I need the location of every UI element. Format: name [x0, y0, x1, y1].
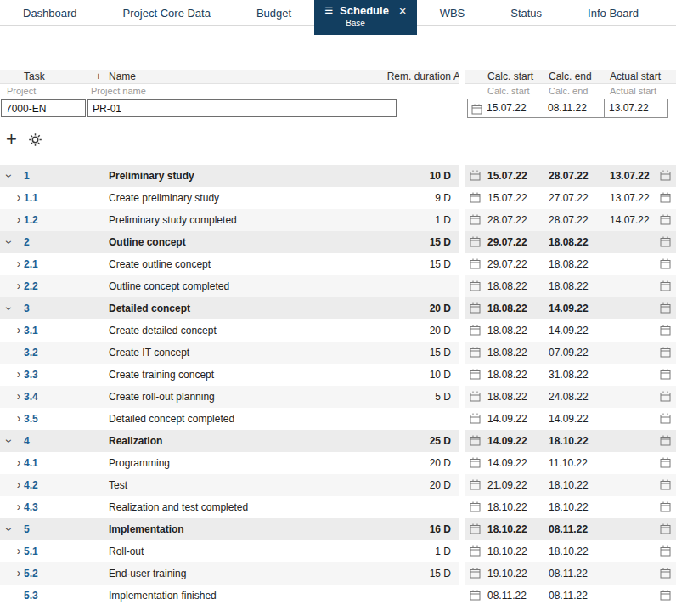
- task-row-4[interactable]: › 4 Realization 25 D: [0, 430, 459, 452]
- calendar-icon[interactable]: [470, 523, 481, 534]
- task-row-3[interactable]: › 3 Detailed concept 20 D: [0, 297, 459, 319]
- calendar-icon[interactable]: [660, 391, 671, 402]
- task-row-2.1-dates[interactable]: 29.07.22 18.08.22: [465, 253, 676, 275]
- calendar-icon[interactable]: [470, 347, 481, 358]
- calendar-icon[interactable]: [660, 258, 671, 269]
- calendar-icon[interactable]: [470, 413, 481, 424]
- chevron-down-icon[interactable]: ›: [3, 303, 14, 314]
- calendar-icon[interactable]: [660, 479, 671, 490]
- chevron-right-icon[interactable]: ›: [14, 325, 24, 336]
- calendar-icon[interactable]: [660, 347, 671, 358]
- column-header-calc-start[interactable]: Calc. start: [487, 70, 533, 83]
- chevron-right-icon[interactable]: ›: [14, 259, 24, 269]
- chevron-right-icon[interactable]: ›: [14, 502, 24, 512]
- calendar-icon[interactable]: [470, 302, 481, 314]
- chevron-right-icon[interactable]: ›: [14, 370, 24, 380]
- tab-project-core-data[interactable]: Project Core Data: [100, 0, 234, 26]
- task-row-3.1-dates[interactable]: 18.08.22 14.09.22: [465, 319, 676, 342]
- column-header-rem-duration[interactable]: Rem. duration: [387, 70, 451, 83]
- calendar-icon[interactable]: [470, 568, 481, 579]
- task-row-4.3[interactable]: › 4.3 Realization and test completed: [0, 496, 459, 518]
- task-row-1.1-dates[interactable]: 15.07.22 27.07.22 13.07.22: [465, 187, 676, 209]
- task-row-2[interactable]: › 2 Outline concept 15 D: [0, 231, 459, 253]
- add-task-button[interactable]: +: [6, 130, 17, 149]
- calendar-icon[interactable]: [660, 523, 671, 534]
- task-row-4.1[interactable]: › 4.1 Programming 20 D: [0, 452, 459, 474]
- task-row-1.2-dates[interactable]: 28.07.22 28.07.22 14.07.22: [465, 209, 676, 231]
- calendar-icon[interactable]: [470, 457, 481, 468]
- project-dates-field[interactable]: 15.07.22 08.11.22 13.07.22: [467, 99, 668, 118]
- task-row-1[interactable]: › 1 Preliminary study 10 D: [0, 165, 459, 187]
- task-row-4.2-dates[interactable]: 21.09.22 18.10.22: [465, 474, 676, 496]
- column-header-calc-end[interactable]: Calc. end: [549, 70, 592, 83]
- column-header-task[interactable]: Task: [24, 70, 45, 83]
- task-row-4.3-dates[interactable]: 18.10.22 18.10.22: [465, 496, 676, 518]
- calendar-icon[interactable]: [660, 590, 671, 601]
- task-row-2.2-dates[interactable]: 18.08.22 18.08.22: [465, 275, 676, 297]
- task-row-3.5-dates[interactable]: 14.09.22 14.09.22: [465, 408, 676, 430]
- task-row-1.2[interactable]: › 1.2 Preliminary study completed 1 D: [0, 209, 459, 231]
- calendar-icon[interactable]: [470, 192, 481, 203]
- task-row-3.4-dates[interactable]: 18.08.22 24.08.22: [465, 386, 676, 408]
- calendar-icon[interactable]: [470, 590, 481, 601]
- calendar-icon[interactable]: [660, 568, 671, 579]
- calendar-icon[interactable]: [470, 369, 481, 380]
- calendar-icon[interactable]: [470, 545, 481, 557]
- calendar-icon[interactable]: [660, 501, 671, 512]
- column-header-a[interactable]: A: [453, 70, 459, 83]
- chevron-down-icon[interactable]: ›: [3, 524, 14, 534]
- task-row-2-dates[interactable]: 29.07.22 18.08.22: [465, 231, 676, 253]
- calendar-icon[interactable]: [660, 280, 671, 291]
- task-row-4.2[interactable]: › 4.2 Test 20 D: [0, 474, 459, 496]
- chevron-right-icon[interactable]: ›: [14, 392, 24, 402]
- column-header-name[interactable]: Name: [109, 70, 136, 83]
- task-row-3.2-dates[interactable]: 18.08.22 07.09.22: [465, 342, 676, 364]
- task-row-3.5[interactable]: › 3.5 Detailed concept completed: [0, 408, 459, 430]
- calendar-icon[interactable]: [470, 391, 481, 402]
- calendar-icon[interactable]: [470, 214, 481, 225]
- task-row-2.1[interactable]: › 2.1 Create outline concept 15 D: [0, 253, 459, 275]
- task-row-1.1[interactable]: › 1.1 Create preliminary study 9 D: [0, 187, 459, 209]
- task-row-4-dates[interactable]: 14.09.22 18.10.22: [465, 430, 676, 452]
- tab-dashboard[interactable]: Dashboard: [0, 0, 100, 26]
- calendar-icon[interactable]: [660, 236, 671, 247]
- calendar-icon[interactable]: [660, 413, 671, 424]
- task-row-3.3[interactable]: › 3.3 Create training concept 10 D: [0, 364, 459, 386]
- task-row-3.1[interactable]: › 3.1 Create detailed concept 20 D: [0, 319, 459, 342]
- calendar-icon[interactable]: [660, 457, 671, 468]
- project-name-input[interactable]: [87, 99, 397, 117]
- task-row-3.4[interactable]: › 3.4 Create roll-out planning 5 D: [0, 386, 459, 408]
- calendar-icon[interactable]: [470, 170, 481, 181]
- chevron-right-icon[interactable]: ›: [14, 215, 24, 225]
- chevron-down-icon[interactable]: ›: [3, 237, 14, 247]
- gear-icon[interactable]: [28, 133, 42, 147]
- chevron-right-icon[interactable]: ›: [14, 414, 24, 424]
- calendar-icon[interactable]: [470, 501, 481, 512]
- tab-schedule[interactable]: ≡ Schedule × Base: [314, 0, 416, 35]
- calendar-icon[interactable]: [470, 280, 481, 291]
- calendar-icon[interactable]: [470, 325, 481, 336]
- chevron-right-icon[interactable]: ›: [14, 458, 24, 468]
- task-row-5.2-dates[interactable]: 19.10.22 08.11.22: [465, 562, 676, 585]
- calendar-icon[interactable]: [660, 435, 671, 446]
- calendar-icon[interactable]: [470, 258, 481, 269]
- menu-icon[interactable]: ≡: [324, 3, 333, 18]
- column-header-actual-start[interactable]: Actual start: [610, 70, 661, 83]
- chevron-right-icon[interactable]: ›: [14, 281, 24, 291]
- task-row-1-dates[interactable]: 15.07.22 28.07.22 13.07.22: [465, 165, 676, 187]
- calendar-icon[interactable]: [660, 545, 671, 557]
- calendar-icon[interactable]: [660, 170, 671, 181]
- task-row-5.1[interactable]: › 5.1 Roll-out 1 D: [0, 540, 459, 562]
- task-row-3.2[interactable]: 3.2 Create IT concept 15 D: [0, 342, 459, 364]
- calendar-icon[interactable]: [660, 214, 671, 225]
- task-row-3.3-dates[interactable]: 18.08.22 31.08.22: [465, 364, 676, 386]
- calendar-icon[interactable]: [470, 435, 481, 446]
- task-row-5[interactable]: › 5 Implementation 16 D: [0, 518, 459, 540]
- tab-info-board[interactable]: Info Board: [565, 0, 662, 26]
- task-row-3-dates[interactable]: 18.08.22 14.09.22: [465, 297, 676, 319]
- tab-status[interactable]: Status: [487, 0, 565, 26]
- task-row-2.2[interactable]: › 2.2 Outline concept completed: [0, 275, 459, 297]
- task-row-5-dates[interactable]: 18.10.22 08.11.22: [465, 518, 676, 540]
- tab-wbs[interactable]: WBS: [417, 0, 488, 26]
- close-icon[interactable]: ×: [399, 4, 407, 17]
